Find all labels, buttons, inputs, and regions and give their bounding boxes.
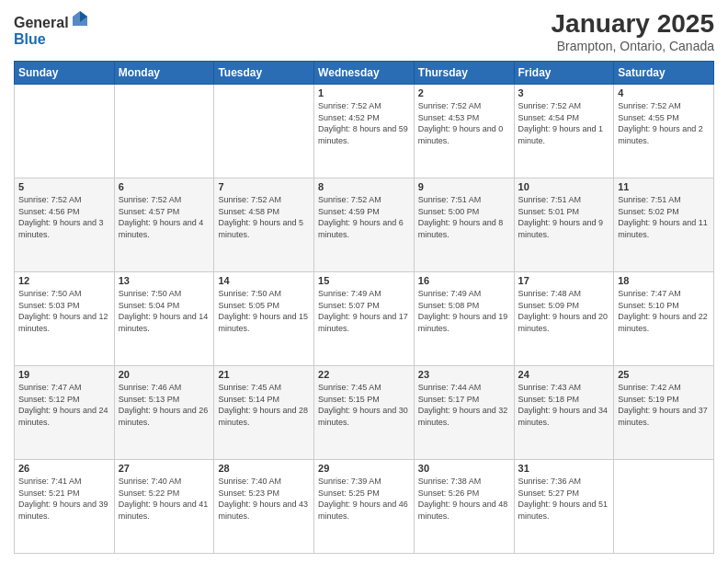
day-info: Sunrise: 7:47 AMSunset: 5:10 PMDaylight:… xyxy=(618,288,710,334)
calendar-day-cell xyxy=(614,460,714,554)
calendar-day-cell: 20Sunrise: 7:46 AMSunset: 5:13 PMDayligh… xyxy=(114,366,214,460)
calendar-header-row: SundayMondayTuesdayWednesdayThursdayFrid… xyxy=(15,62,714,85)
day-number: 11 xyxy=(618,181,710,192)
calendar-day-cell: 9Sunrise: 7:51 AMSunset: 5:00 PMDaylight… xyxy=(414,178,514,272)
day-of-week-header: Friday xyxy=(514,62,614,85)
day-number: 15 xyxy=(318,275,410,286)
day-info: Sunrise: 7:45 AMSunset: 5:15 PMDaylight:… xyxy=(318,382,410,428)
day-of-week-header: Monday xyxy=(114,62,214,85)
day-number: 12 xyxy=(18,275,110,286)
day-number: 9 xyxy=(418,181,510,192)
day-number: 13 xyxy=(119,275,210,286)
day-info: Sunrise: 7:51 AMSunset: 5:01 PMDaylight:… xyxy=(518,194,610,240)
day-info: Sunrise: 7:49 AMSunset: 5:07 PMDaylight:… xyxy=(318,288,410,334)
day-number: 22 xyxy=(318,369,410,380)
day-number: 1 xyxy=(318,87,410,98)
day-number: 31 xyxy=(518,463,610,474)
day-info: Sunrise: 7:52 AMSunset: 4:53 PMDaylight:… xyxy=(418,100,510,146)
day-number: 19 xyxy=(18,369,110,380)
day-info: Sunrise: 7:38 AMSunset: 5:26 PMDaylight:… xyxy=(418,476,510,522)
day-of-week-header: Sunday xyxy=(15,62,115,85)
calendar-day-cell: 1Sunrise: 7:52 AMSunset: 4:52 PMDaylight… xyxy=(314,85,415,178)
day-info: Sunrise: 7:52 AMSunset: 4:59 PMDaylight:… xyxy=(318,194,410,240)
day-info: Sunrise: 7:52 AMSunset: 4:55 PMDaylight:… xyxy=(618,100,710,146)
calendar-day-cell xyxy=(114,85,214,178)
calendar-day-cell: 31Sunrise: 7:36 AMSunset: 5:27 PMDayligh… xyxy=(514,460,614,554)
calendar-day-cell: 28Sunrise: 7:40 AMSunset: 5:23 PMDayligh… xyxy=(214,460,314,554)
calendar-day-cell: 2Sunrise: 7:52 AMSunset: 4:53 PMDaylight… xyxy=(414,85,514,178)
day-info: Sunrise: 7:51 AMSunset: 5:00 PMDaylight:… xyxy=(418,194,510,240)
location-subtitle: Brampton, Ontario, Canada xyxy=(552,39,714,53)
day-number: 23 xyxy=(418,369,510,380)
day-info: Sunrise: 7:52 AMSunset: 4:57 PMDaylight:… xyxy=(119,194,210,240)
calendar-day-cell: 27Sunrise: 7:40 AMSunset: 5:22 PMDayligh… xyxy=(114,460,214,554)
day-number: 4 xyxy=(618,87,710,98)
day-info: Sunrise: 7:50 AMSunset: 5:03 PMDaylight:… xyxy=(18,288,110,334)
calendar-day-cell: 4Sunrise: 7:52 AMSunset: 4:55 PMDaylight… xyxy=(614,85,714,178)
day-number: 14 xyxy=(218,275,310,286)
calendar-day-cell: 3Sunrise: 7:52 AMSunset: 4:54 PMDaylight… xyxy=(514,85,614,178)
calendar-day-cell: 23Sunrise: 7:44 AMSunset: 5:17 PMDayligh… xyxy=(414,366,514,460)
day-info: Sunrise: 7:40 AMSunset: 5:23 PMDaylight:… xyxy=(218,476,310,522)
calendar-day-cell: 22Sunrise: 7:45 AMSunset: 5:15 PMDayligh… xyxy=(314,366,415,460)
calendar-day-cell: 26Sunrise: 7:41 AMSunset: 5:21 PMDayligh… xyxy=(15,460,115,554)
calendar-day-cell: 12Sunrise: 7:50 AMSunset: 5:03 PMDayligh… xyxy=(15,272,115,366)
logo-icon xyxy=(71,9,89,28)
day-info: Sunrise: 7:43 AMSunset: 5:18 PMDaylight:… xyxy=(518,382,610,428)
day-info: Sunrise: 7:41 AMSunset: 5:21 PMDaylight:… xyxy=(18,476,110,522)
day-info: Sunrise: 7:48 AMSunset: 5:09 PMDaylight:… xyxy=(518,288,610,334)
calendar-day-cell xyxy=(214,85,314,178)
calendar-week-row: 5Sunrise: 7:52 AMSunset: 4:56 PMDaylight… xyxy=(15,178,714,272)
calendar-day-cell: 18Sunrise: 7:47 AMSunset: 5:10 PMDayligh… xyxy=(614,272,714,366)
calendar-table: SundayMondayTuesdayWednesdayThursdayFrid… xyxy=(14,61,714,554)
day-number: 20 xyxy=(119,369,210,380)
day-number: 8 xyxy=(318,181,410,192)
calendar-day-cell: 19Sunrise: 7:47 AMSunset: 5:12 PMDayligh… xyxy=(15,366,115,460)
title-section: January 2025 Brampton, Ontario, Canada xyxy=(552,9,714,53)
day-number: 17 xyxy=(518,275,610,286)
day-number: 2 xyxy=(418,87,510,98)
calendar-day-cell: 29Sunrise: 7:39 AMSunset: 5:25 PMDayligh… xyxy=(314,460,415,554)
day-info: Sunrise: 7:50 AMSunset: 5:04 PMDaylight:… xyxy=(119,288,210,334)
page-container: General Blue January 2025 Brampton, Onta… xyxy=(0,0,728,563)
day-info: Sunrise: 7:36 AMSunset: 5:27 PMDaylight:… xyxy=(518,476,610,522)
day-info: Sunrise: 7:49 AMSunset: 5:08 PMDaylight:… xyxy=(418,288,510,334)
day-number: 27 xyxy=(119,463,210,474)
day-number: 29 xyxy=(318,463,410,474)
day-info: Sunrise: 7:52 AMSunset: 4:52 PMDaylight:… xyxy=(318,100,410,146)
calendar-day-cell: 7Sunrise: 7:52 AMSunset: 4:58 PMDaylight… xyxy=(214,178,314,272)
day-number: 5 xyxy=(18,181,110,192)
calendar-day-cell: 24Sunrise: 7:43 AMSunset: 5:18 PMDayligh… xyxy=(514,366,614,460)
day-number: 16 xyxy=(418,275,510,286)
day-of-week-header: Tuesday xyxy=(214,62,314,85)
calendar-week-row: 26Sunrise: 7:41 AMSunset: 5:21 PMDayligh… xyxy=(15,460,714,554)
day-info: Sunrise: 7:50 AMSunset: 5:05 PMDaylight:… xyxy=(218,288,310,334)
calendar-day-cell: 13Sunrise: 7:50 AMSunset: 5:04 PMDayligh… xyxy=(114,272,214,366)
calendar-week-row: 1Sunrise: 7:52 AMSunset: 4:52 PMDaylight… xyxy=(15,85,714,178)
day-number: 18 xyxy=(618,275,710,286)
calendar-day-cell: 21Sunrise: 7:45 AMSunset: 5:14 PMDayligh… xyxy=(214,366,314,460)
day-info: Sunrise: 7:39 AMSunset: 5:25 PMDaylight:… xyxy=(318,476,410,522)
calendar-week-row: 19Sunrise: 7:47 AMSunset: 5:12 PMDayligh… xyxy=(15,366,714,460)
day-info: Sunrise: 7:52 AMSunset: 4:58 PMDaylight:… xyxy=(218,194,310,240)
header: General Blue January 2025 Brampton, Onta… xyxy=(14,9,714,53)
day-number: 7 xyxy=(218,181,310,192)
day-number: 6 xyxy=(119,181,210,192)
day-info: Sunrise: 7:46 AMSunset: 5:13 PMDaylight:… xyxy=(119,382,210,428)
day-number: 26 xyxy=(18,463,110,474)
logo-blue-text: Blue xyxy=(14,31,46,47)
calendar-day-cell: 30Sunrise: 7:38 AMSunset: 5:26 PMDayligh… xyxy=(414,460,514,554)
month-year-title: January 2025 xyxy=(552,9,714,39)
calendar-week-row: 12Sunrise: 7:50 AMSunset: 5:03 PMDayligh… xyxy=(15,272,714,366)
calendar-day-cell: 8Sunrise: 7:52 AMSunset: 4:59 PMDaylight… xyxy=(314,178,415,272)
day-info: Sunrise: 7:40 AMSunset: 5:22 PMDaylight:… xyxy=(119,476,210,522)
calendar-day-cell xyxy=(15,85,115,178)
logo-general-text: General xyxy=(14,15,69,30)
day-number: 30 xyxy=(418,463,510,474)
day-of-week-header: Saturday xyxy=(614,62,714,85)
calendar-day-cell: 16Sunrise: 7:49 AMSunset: 5:08 PMDayligh… xyxy=(414,272,514,366)
day-info: Sunrise: 7:44 AMSunset: 5:17 PMDaylight:… xyxy=(418,382,510,428)
calendar-day-cell: 25Sunrise: 7:42 AMSunset: 5:19 PMDayligh… xyxy=(614,366,714,460)
day-info: Sunrise: 7:52 AMSunset: 4:56 PMDaylight:… xyxy=(18,194,110,240)
day-number: 21 xyxy=(218,369,310,380)
